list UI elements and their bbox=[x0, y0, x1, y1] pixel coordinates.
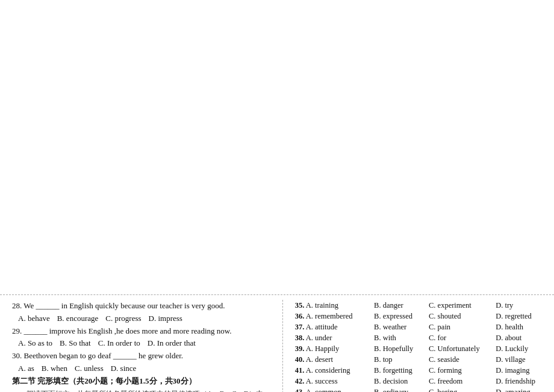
row-b: B. weather bbox=[372, 322, 426, 332]
row-b: B. ordinary bbox=[372, 387, 426, 392]
row-b: B. danger bbox=[372, 300, 426, 311]
table-row: 42. A. success B. decision C. freedom D.… bbox=[293, 376, 542, 387]
row-num-a: 43. A. common bbox=[293, 387, 372, 392]
q28-opt-c: C. progress bbox=[105, 314, 141, 323]
row-num-a: 38. A. under bbox=[293, 332, 372, 343]
question-28: 28. We ______ in English quickly because… bbox=[12, 300, 276, 312]
row-d: D. village bbox=[493, 354, 542, 365]
row-d: D. imaging bbox=[493, 365, 542, 376]
row-d: D. try bbox=[493, 300, 542, 311]
row-num-a: 39. A. Happily bbox=[293, 343, 372, 354]
q29-opt-d: D. In order that bbox=[148, 338, 196, 348]
q28-text: 28. bbox=[12, 301, 22, 310]
q30-opt-a: A. as bbox=[18, 364, 34, 373]
row-num-a: 41. A. considering bbox=[293, 365, 372, 376]
q30-body: Beethoven began to go deaf ______ he gre… bbox=[24, 351, 184, 360]
row-b: B. Hopefully bbox=[372, 343, 426, 354]
row-num-a: 42. A. success bbox=[293, 376, 372, 387]
row-d: D. amazing bbox=[493, 387, 542, 392]
row-c: C. experiment bbox=[426, 300, 493, 311]
q30-num: 30. bbox=[12, 351, 22, 360]
row-b: B. decision bbox=[372, 376, 426, 387]
table-row: 39. A. Happily B. Hopefully C. Unfortuna… bbox=[293, 343, 542, 354]
left-column: 28. We ______ in English quickly because… bbox=[12, 300, 283, 392]
q28-opt-b: B. encourage bbox=[57, 314, 99, 323]
table-row: 41. A. considering B. forgetting C. form… bbox=[293, 365, 542, 376]
row-num-a: 40. A. desert bbox=[293, 354, 372, 365]
row-d: D. about bbox=[493, 332, 542, 343]
question-30: 30. Beethoven began to go deaf ______ he… bbox=[12, 350, 276, 362]
q30-opt-d: D. since bbox=[111, 364, 137, 373]
q30-opt-b: B. when bbox=[42, 364, 67, 373]
row-b: B. expressed bbox=[372, 311, 426, 322]
row-num-a: 35. A. training bbox=[293, 300, 372, 311]
row-c: C. Unfortunately bbox=[426, 343, 493, 354]
q29-num: 29. bbox=[12, 326, 22, 335]
q30-options: A. as B. when C. unless D. since bbox=[18, 364, 276, 373]
row-c: C. freedom bbox=[426, 376, 493, 387]
table-row: 37. A. attitude B. weather C. pain D. he… bbox=[293, 322, 542, 332]
q29-body: ______ improve his English ,he does more… bbox=[24, 326, 232, 335]
q28-options: A. behave B. encourage C. progress D. im… bbox=[18, 314, 276, 323]
exam-page: 28. We ______ in English quickly because… bbox=[0, 0, 554, 392]
q29-options: A. So as to B. So that C. In order to D.… bbox=[18, 338, 276, 348]
row-d: D. Luckily bbox=[493, 343, 542, 354]
right-answers-table: 35. A. training B. danger C. experiment … bbox=[293, 300, 542, 392]
row-num-a: 36. A. remembered bbox=[293, 311, 372, 322]
row-b: B. forgetting bbox=[372, 365, 426, 376]
table-row: 38. A. under B. with C. for D. about bbox=[293, 332, 542, 343]
q28-body: We ______ in English quickly because our… bbox=[23, 301, 225, 310]
row-c: C. for bbox=[426, 332, 493, 343]
table-row: 36. A. remembered B. expressed C. shoute… bbox=[293, 311, 542, 322]
row-c: C. forming bbox=[426, 365, 493, 376]
row-num-a: 37. A. attitude bbox=[293, 322, 372, 332]
row-c: C. shouted bbox=[426, 311, 493, 322]
top-blank-area bbox=[0, 0, 554, 295]
table-row: 40. A. desert B. top C. seaside D. villa… bbox=[293, 354, 542, 365]
row-d: D. regretted bbox=[493, 311, 542, 322]
question-29: 29. ______ improve his English ,he does … bbox=[12, 325, 276, 337]
q30-opt-c: C. unless bbox=[75, 364, 104, 373]
row-d: D. friendship bbox=[493, 376, 542, 387]
bottom-content-area: 28. We ______ in English quickly because… bbox=[0, 295, 554, 392]
section-two-title: 第二节 完形填空（共20小题；每小题1.5分，共30分） bbox=[12, 376, 276, 387]
row-c: C. boring bbox=[426, 387, 493, 392]
q28-opt-a: A. behave bbox=[18, 314, 50, 323]
row-c: C. pain bbox=[426, 322, 493, 332]
q28-opt-d: D. impress bbox=[149, 314, 182, 323]
q29-opt-c: C. In order to bbox=[98, 338, 140, 348]
row-c: C. seaside bbox=[426, 354, 493, 365]
table-row: 43. A. common B. ordinary C. boring D. a… bbox=[293, 387, 542, 392]
section-note: 阅读下面短文，从每题所给各题所给选项中的最佳选项（A、B、C、D）中 bbox=[12, 389, 276, 393]
row-d: D. health bbox=[493, 322, 542, 332]
row-b: B. with bbox=[372, 332, 426, 343]
q29-opt-a: A. So as to bbox=[18, 338, 52, 348]
q29-opt-b: B. So that bbox=[60, 338, 91, 348]
right-column: 35. A. training B. danger C. experiment … bbox=[283, 300, 542, 392]
row-b: B. top bbox=[372, 354, 426, 365]
table-row: 35. A. training B. danger C. experiment … bbox=[293, 300, 542, 311]
